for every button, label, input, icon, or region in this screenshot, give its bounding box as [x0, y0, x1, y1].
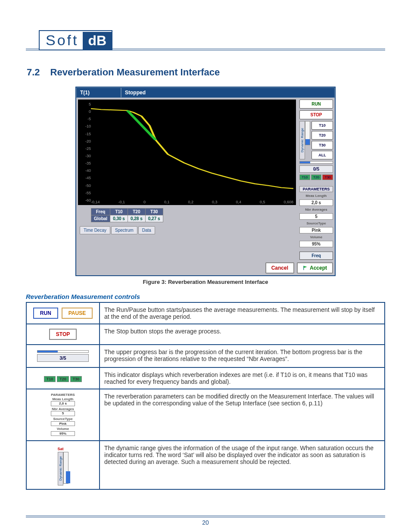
dynamic-range-label: Dynamic Range: [299, 121, 305, 159]
row4-desc: This indicator displays which reverberat…: [100, 367, 385, 389]
stop-button[interactable]: STOP: [299, 110, 333, 119]
section-number: 7.2: [27, 67, 40, 78]
table-row: Sat Dynamic Range The dynamic range give…: [26, 441, 385, 489]
y-axis-ticks: 50-5-10-15-20-25-30-35-40-45-50-55-60: [79, 102, 91, 202]
progress-demo: 3/5: [37, 350, 89, 362]
row3-desc: The upper progress bar is the progressio…: [100, 345, 385, 367]
chips-demo: T10 T20 T30: [44, 376, 82, 382]
sourcetype-value[interactable]: Pink: [299, 227, 333, 233]
volume-value[interactable]: 95%: [299, 241, 333, 247]
row1-desc: The Run/Pause button starts/pauses the a…: [100, 302, 385, 324]
dynamic-range-bar: [305, 121, 310, 145]
stop-button-demo: STOP: [49, 329, 77, 340]
sourcetype-label: SourceType: [299, 221, 333, 225]
meas-length-value[interactable]: 2,0 s: [299, 199, 333, 206]
pause-button-demo: PAUSE: [62, 308, 93, 319]
table-row: 3/5 The upper progress bar is the progre…: [26, 345, 385, 367]
parameters-header: PARAMETERS: [299, 186, 333, 192]
t10-button[interactable]: T10: [311, 121, 333, 130]
table-row: PARAMETERS Meas Length 2,0 s Nbr Average…: [26, 389, 385, 441]
progress-counter: 0/5: [299, 165, 333, 173]
volume-label: Volume: [299, 235, 333, 239]
meas-length-label: Meas Length: [299, 194, 333, 198]
row5-desc: The reverberation parameters can be modi…: [100, 389, 385, 441]
svg-marker-1: [304, 266, 307, 268]
row6-desc: The dynamic range gives the information …: [100, 441, 385, 489]
table-row: T10 T20 T30 This indicator displays whic…: [26, 367, 385, 389]
t20-button[interactable]: T20: [311, 131, 333, 140]
all-button[interactable]: ALL: [311, 151, 333, 159]
plot-curve: [91, 104, 293, 199]
app-status: Stopped: [121, 87, 335, 98]
freq-result-table: Freq T10 T20 T30 Global 0,30 s 0,28 s 0,…: [91, 208, 163, 222]
app-title-slot: T(1): [76, 87, 121, 98]
run-button-demo: RUN: [33, 308, 58, 319]
accept-button[interactable]: Accept: [297, 262, 333, 274]
dynamic-range: Dynamic Range T10 T20 T30 ALL: [299, 121, 333, 159]
parameters-demo: PARAMETERS Meas Length 2,0 s Nbr Average…: [51, 393, 75, 437]
run-button[interactable]: RUN: [299, 100, 333, 109]
index-chips: T10 T20 T30: [299, 174, 333, 180]
t30-button[interactable]: T30: [311, 141, 333, 149]
page-number: 20: [26, 519, 385, 526]
footer-rule: [26, 516, 385, 517]
section-title: Reverberation Measurement Interface: [50, 67, 220, 78]
figure-caption: Figure 3: Reverberation Measurement Inte…: [143, 279, 268, 285]
dynamic-range-demo: Sat Dynamic Range: [58, 447, 68, 485]
flag-icon: [303, 265, 308, 271]
controls-subheader: Reverberation Measurement controls: [26, 293, 385, 300]
x-axis-ticks: -0,14-0,100,10,20,30,40,50,608: [91, 200, 293, 204]
doc-header: Soft dB: [26, 30, 385, 50]
nbr-avg-value[interactable]: 5: [299, 213, 333, 220]
cancel-button[interactable]: Cancel: [265, 262, 294, 274]
controls-table: RUN PAUSE The Run/Pause button starts/pa…: [26, 302, 385, 490]
nbr-avg-label: Nbr Averages: [299, 208, 333, 212]
tab-spectrum[interactable]: Spectrum: [111, 226, 137, 234]
decay-plot: 50-5-10-15-20-25-30-35-40-45-50-55-60 -0…: [78, 100, 296, 205]
table-row: RUN PAUSE The Run/Pause button starts/pa…: [26, 302, 385, 324]
logo-right: dB: [83, 32, 112, 50]
table-row: STOP The Stop button stops the average p…: [26, 324, 385, 345]
logo-left: Soft: [40, 31, 83, 50]
tab-data[interactable]: Data: [138, 226, 155, 234]
progress-bar-current: [299, 161, 333, 164]
section-heading: 7.2 Reverberation Measurement Interface: [27, 67, 385, 78]
svg-rect-0: [303, 266, 304, 270]
tab-time-decay[interactable]: Time Decay: [80, 226, 110, 234]
view-tabs: Time Decay Spectrum Data: [80, 226, 296, 234]
brand-logo: Soft dB: [39, 30, 112, 50]
freq-button[interactable]: Freq: [299, 252, 333, 260]
row2-desc: The Stop button stops the average proces…: [100, 324, 385, 345]
measurement-app: T(1) Stopped 50-5-10-15-20-25-30-35-40-4…: [75, 87, 336, 276]
